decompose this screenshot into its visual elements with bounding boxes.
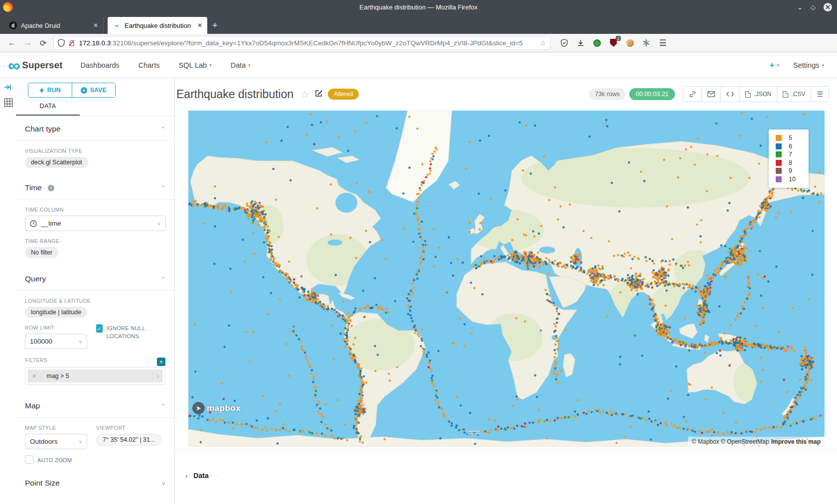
dataset-grid-icon[interactable]: [4, 98, 16, 109]
druid-favicon-icon: d: [9, 21, 17, 29]
left-rail: [0, 78, 16, 504]
pinwheel-extension-icon[interactable]: [642, 38, 651, 47]
legend-swatch: [776, 151, 782, 157]
add-new-button[interactable]: +▾: [770, 60, 779, 70]
mapbox-logo[interactable]: ➤ mapbox: [192, 402, 241, 414]
url-bar[interactable]: 172.18.0.3:32108/superset/explore/?form_…: [53, 36, 551, 50]
time-column-select[interactable]: __time ∨: [25, 216, 166, 231]
nav-data[interactable]: Data▾: [231, 61, 251, 69]
legend-label: 5: [789, 134, 792, 141]
deckgl-map[interactable]: 5678910 ➤ mapbox © Mapbox © OpenStreetMa…: [188, 111, 825, 447]
improve-map-link[interactable]: Improve this map: [771, 438, 821, 445]
edit-properties-icon[interactable]: [315, 89, 323, 99]
map-style-select[interactable]: Outdoors ∨: [25, 434, 87, 449]
email-button[interactable]: [701, 87, 720, 102]
add-filter-button[interactable]: +: [157, 358, 165, 366]
chevron-right-icon[interactable]: ›: [152, 373, 163, 379]
bookmark-star-icon[interactable]: ☆: [540, 39, 547, 47]
viz-type-label: VISUALIZATION TYPE: [25, 148, 165, 154]
row-limit-select[interactable]: 100000 ∨: [25, 334, 87, 349]
legend-entry[interactable]: 10: [776, 175, 809, 184]
insecure-lock-icon[interactable]: [68, 39, 75, 47]
viz-type-pill[interactable]: deck.gl Scatterplot: [25, 157, 88, 168]
downloads-icon[interactable]: [576, 38, 585, 47]
nav-charts[interactable]: Charts: [139, 61, 160, 69]
export-csv-button[interactable]: .CSV: [777, 87, 811, 102]
chart-actions-group: .JSON .CSV ☰: [683, 86, 829, 102]
window-maximize-icon[interactable]: ◇: [811, 4, 816, 10]
legend-entry[interactable]: 6: [776, 142, 809, 151]
checkbox-checked-icon[interactable]: ✓: [96, 324, 103, 333]
section-map[interactable]: Map ⌃: [25, 393, 165, 417]
nav-dashboards[interactable]: Dashboards: [81, 61, 120, 69]
new-tab-button[interactable]: +: [212, 20, 218, 31]
embed-code-button[interactable]: [720, 87, 739, 102]
ublock-shield-icon[interactable]: 2: [609, 38, 618, 47]
firefox-logo-icon: [3, 2, 13, 12]
section-query[interactable]: Query ⌃: [25, 266, 165, 290]
remove-filter-icon[interactable]: ✕: [27, 373, 41, 379]
extension-green-icon[interactable]: [592, 38, 601, 47]
window-close-icon[interactable]: ✕: [824, 3, 832, 11]
attribution-text[interactable]: © Mapbox © OpenStreetMap: [692, 438, 769, 445]
viewport-pill[interactable]: 7° 35' 54.02" | 31...: [96, 434, 161, 446]
superset-logo[interactable]: ∞ Superset: [8, 60, 63, 71]
legend-entry[interactable]: 7: [776, 150, 809, 159]
section-time[interactable]: Timei ⌃: [25, 175, 165, 199]
forward-icon[interactable]: →: [24, 38, 32, 47]
legend-swatch: [776, 168, 782, 174]
section-chart-type[interactable]: Chart type ⌃: [25, 116, 165, 140]
chevron-down-icon: ▾: [822, 63, 824, 68]
legend-entry[interactable]: 8: [776, 159, 809, 167]
lonlat-pill[interactable]: longitude | latitude: [25, 307, 87, 318]
map-style-label: MAP STYLE: [25, 425, 87, 431]
chart-container: Earthquake distribution ☆ Altered 73k ro…: [175, 78, 837, 504]
legend-entry[interactable]: 5: [776, 134, 809, 142]
chart-menu-button[interactable]: ☰: [811, 87, 829, 102]
lightning-icon: [39, 87, 44, 94]
legend-label: 9: [789, 167, 792, 174]
collapse-panel-icon[interactable]: [4, 83, 16, 93]
chevron-down-icon: ∨: [79, 439, 82, 444]
chevron-down-icon: ▾: [248, 63, 251, 68]
altered-badge: Altered: [328, 89, 359, 100]
section-point-size[interactable]: Point Size ∨: [25, 470, 165, 495]
checkbox-unchecked-icon[interactable]: [25, 455, 33, 464]
ignore-null-checkbox-row[interactable]: ✓ IGNORE NULL LOCATIONS: [96, 324, 161, 340]
export-json-button[interactable]: .JSON: [739, 87, 777, 102]
time-range-pill[interactable]: No filter: [25, 247, 58, 258]
filter-chip[interactable]: ✕ mag > 5 ›: [27, 370, 163, 382]
legend-swatch: [776, 143, 782, 149]
tab-close-icon[interactable]: ✕: [197, 22, 202, 29]
shield-permissions-icon[interactable]: [58, 39, 65, 47]
legend-swatch: [776, 160, 782, 166]
time-range-label: TIME RANGE: [25, 238, 165, 244]
favorite-star-icon[interactable]: ☆: [300, 89, 309, 100]
data-panel-toggle[interactable]: › Data: [185, 472, 209, 480]
tracking-shield-icon[interactable]: [559, 38, 568, 47]
info-icon: i: [48, 185, 54, 191]
chevron-down-icon: ∨: [79, 339, 82, 344]
tab-data[interactable]: DATA: [16, 103, 80, 116]
window-minimize-icon[interactable]: ⌄: [797, 4, 803, 10]
reload-icon[interactable]: ⟳: [40, 38, 46, 48]
hamburger-menu-icon[interactable]: ☰: [658, 38, 667, 47]
legend-entry[interactable]: 9: [776, 167, 809, 175]
settings-menu[interactable]: Settings▾: [793, 61, 824, 69]
save-button[interactable]: + SAVE: [72, 83, 116, 97]
url-text[interactable]: 172.18.0.3:32108/superset/explore/?form_…: [79, 39, 536, 47]
resize-handle[interactable]: [467, 431, 480, 436]
auto-zoom-checkbox-row[interactable]: AUTO ZOOM: [25, 455, 87, 464]
copy-link-button[interactable]: [684, 87, 701, 102]
legend-label: 6: [789, 143, 792, 150]
tab-earthquake-distribution[interactable]: ∞ Earthquake distribution ✕: [108, 17, 207, 34]
run-button[interactable]: RUN: [28, 83, 72, 97]
browser-toolbar: ← → ⟳ 172.18.0.3:32108/superset/explore/…: [0, 34, 837, 52]
tab-close-icon[interactable]: ✕: [93, 22, 98, 29]
browser-tabbar: d Apache Druid ✕ ∞ Earthquake distributi…: [0, 14, 837, 34]
back-icon[interactable]: ←: [8, 38, 16, 47]
cookie-extension-icon[interactable]: [625, 38, 634, 47]
tab-apache-druid[interactable]: d Apache Druid ✕: [4, 17, 104, 34]
chevron-up-icon: ⌃: [161, 403, 165, 409]
nav-sql-lab[interactable]: SQL Lab▾: [178, 61, 211, 69]
